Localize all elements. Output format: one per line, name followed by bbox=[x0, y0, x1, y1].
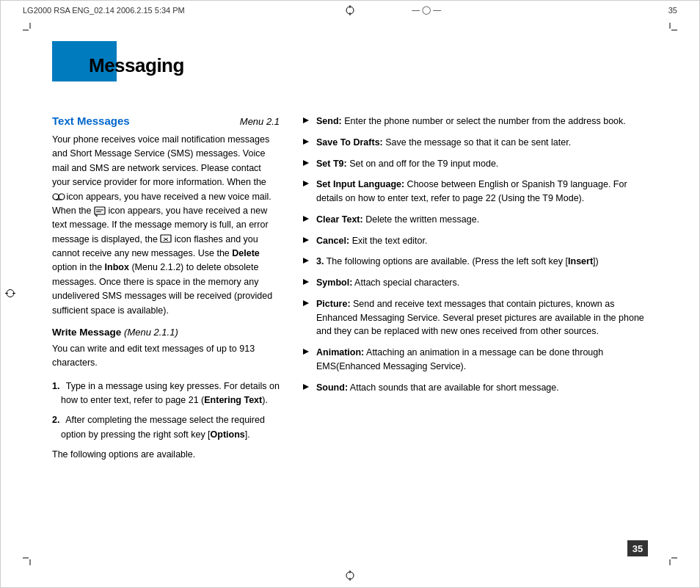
list-item-clear-text: Clear Text: Delete the written message. bbox=[302, 213, 648, 227]
corner-mark-br bbox=[663, 551, 677, 565]
section-title: Text Messages bbox=[52, 115, 130, 127]
svg-marker-27 bbox=[303, 349, 309, 355]
bullet-text-send: Send: Enter the phone number or select t… bbox=[316, 115, 648, 128]
sub-title-text: Write Message bbox=[52, 327, 121, 338]
bullet-text-sound: Sound: Attach sounds that are available … bbox=[316, 381, 648, 395]
header-page: 35 bbox=[668, 6, 677, 15]
svg-point-10 bbox=[59, 194, 65, 200]
section-header: Text Messages Menu 2.1 bbox=[52, 115, 280, 127]
label-symbol: Symbol: bbox=[316, 277, 352, 288]
label-animation: Animation: bbox=[316, 347, 364, 357]
sub-section-title: Write Message (Menu 2.1.1) bbox=[52, 327, 280, 338]
label-save-drafts: Save To Drafts: bbox=[316, 137, 383, 148]
list-item-send: Send: Enter the phone number or select t… bbox=[302, 115, 648, 128]
label-step3: 3. bbox=[316, 256, 324, 266]
list-item-cancel: Cancel: Exit the text editor. bbox=[302, 234, 648, 248]
corner-mark-tr bbox=[663, 23, 677, 37]
label-clear-text: Clear Text: bbox=[316, 214, 363, 225]
corner-mark-tl bbox=[23, 23, 37, 37]
label-send: Send: bbox=[316, 116, 342, 126]
bullet-text-set-language: Set Input Language: Choose between Engli… bbox=[316, 178, 648, 206]
bullet-text-animation: Animation: Attaching an animation in a m… bbox=[316, 346, 648, 374]
svg-marker-21 bbox=[303, 181, 309, 186]
bullet-text-step3: 3. The following options are available. … bbox=[316, 255, 648, 269]
list-item-save-drafts: Save To Drafts: Save the message so that… bbox=[302, 136, 648, 150]
write-message-section: Write Message (Menu 2.1.1) You can write… bbox=[52, 327, 280, 462]
svg-marker-18 bbox=[303, 117, 309, 123]
numbered-item-2: 2. After completing the message select t… bbox=[52, 413, 280, 442]
svg-marker-19 bbox=[303, 139, 309, 145]
corner-mark-bl bbox=[23, 551, 37, 565]
menu-ref: Menu 2.1 bbox=[240, 116, 280, 127]
bullet-text-picture: Picture: Send and receive text messages … bbox=[316, 297, 648, 338]
svg-rect-15 bbox=[161, 235, 171, 242]
header-dashes: — ◯ — bbox=[412, 5, 441, 15]
svg-marker-20 bbox=[303, 160, 309, 166]
bullet-text-clear-text: Clear Text: Delete the written message. bbox=[316, 213, 648, 227]
bullet-arrow-set-language bbox=[302, 178, 313, 190]
options-available-text: The following options are available. bbox=[52, 448, 280, 462]
bullet-arrow-send bbox=[302, 115, 313, 127]
page-number: 35 bbox=[632, 543, 643, 554]
bullet-text-symbol: Symbol: Attach special characters. bbox=[316, 276, 648, 290]
svg-marker-28 bbox=[303, 384, 309, 390]
left-column: Text Messages Menu 2.1 Your phone receiv… bbox=[52, 115, 280, 543]
svg-point-9 bbox=[53, 194, 59, 200]
messaging-header: Messaging bbox=[52, 41, 184, 77]
center-mark-left bbox=[5, 286, 15, 302]
center-mark-top bbox=[343, 5, 357, 18]
list-item-set-t9: Set T9: Set on and off for the T9 input … bbox=[302, 157, 648, 171]
center-mark-bottom bbox=[343, 570, 357, 583]
options-list: Send: Enter the phone number or select t… bbox=[302, 115, 648, 394]
item-num-1: 1. bbox=[52, 380, 59, 393]
file-info: LG2000 RSA ENG_02.14 2006.2.15 5:34 PM bbox=[23, 6, 185, 15]
body-text: Your phone receives voice mail notificat… bbox=[52, 133, 280, 318]
right-column: Send: Enter the phone number or select t… bbox=[302, 115, 648, 543]
label-picture: Picture: bbox=[316, 299, 351, 309]
sub-menu-ref: (Menu 2.1.1) bbox=[124, 327, 178, 338]
page-title: Messaging bbox=[52, 41, 184, 77]
bullet-arrow-animation bbox=[302, 346, 313, 358]
content-area: Text Messages Menu 2.1 Your phone receiv… bbox=[52, 115, 648, 543]
list-item-set-language: Set Input Language: Choose between Engli… bbox=[302, 178, 648, 206]
bullet-arrow-clear-text bbox=[302, 214, 313, 225]
label-cancel: Cancel: bbox=[316, 236, 349, 246]
bullet-text-set-t9: Set T9: Set on and off for the T9 input … bbox=[316, 157, 648, 171]
page-container: LG2000 RSA ENG_02.14 2006.2.15 5:34 PM —… bbox=[0, 0, 700, 588]
bullet-arrow-picture bbox=[302, 298, 313, 310]
bullet-arrow-cancel bbox=[302, 235, 313, 247]
svg-marker-24 bbox=[303, 258, 309, 264]
numbered-item-1: 1. Type in a message using key presses. … bbox=[52, 380, 280, 408]
list-item-sound: Sound: Attach sounds that are available … bbox=[302, 381, 648, 395]
svg-marker-23 bbox=[303, 237, 309, 243]
list-item-animation: Animation: Attaching an animation in a m… bbox=[302, 346, 648, 374]
bullet-arrow-set-t9 bbox=[302, 158, 313, 170]
label-sound: Sound: bbox=[316, 382, 348, 393]
error-icon bbox=[160, 234, 172, 244]
label-set-language: Set Input Language: bbox=[316, 179, 404, 189]
svg-rect-12 bbox=[95, 207, 105, 214]
svg-marker-25 bbox=[303, 279, 309, 285]
bullet-arrow-symbol bbox=[302, 277, 313, 288]
bullet-arrow-save-drafts bbox=[302, 137, 313, 148]
item-num-2: 2. bbox=[52, 413, 59, 427]
write-message-intro: You can write and edit text messages of … bbox=[52, 342, 280, 371]
list-item-symbol: Symbol: Attach special characters. bbox=[302, 276, 648, 290]
bullet-text-cancel: Cancel: Exit the text editor. bbox=[316, 234, 648, 248]
bullet-arrow-sound bbox=[302, 382, 313, 393]
label-set-t9: Set T9: bbox=[316, 159, 347, 169]
list-item-picture: Picture: Send and receive text messages … bbox=[302, 297, 648, 338]
svg-marker-26 bbox=[303, 300, 309, 306]
bullet-text-save-drafts: Save To Drafts: Save the message so that… bbox=[316, 136, 648, 150]
svg-marker-22 bbox=[303, 216, 309, 222]
voicemail-icon bbox=[52, 192, 64, 202]
message-icon bbox=[94, 206, 106, 217]
bullet-arrow-step3 bbox=[302, 255, 313, 267]
page-number-badge: 35 bbox=[627, 540, 648, 556]
list-item-step3: 3. The following options are available. … bbox=[302, 255, 648, 269]
